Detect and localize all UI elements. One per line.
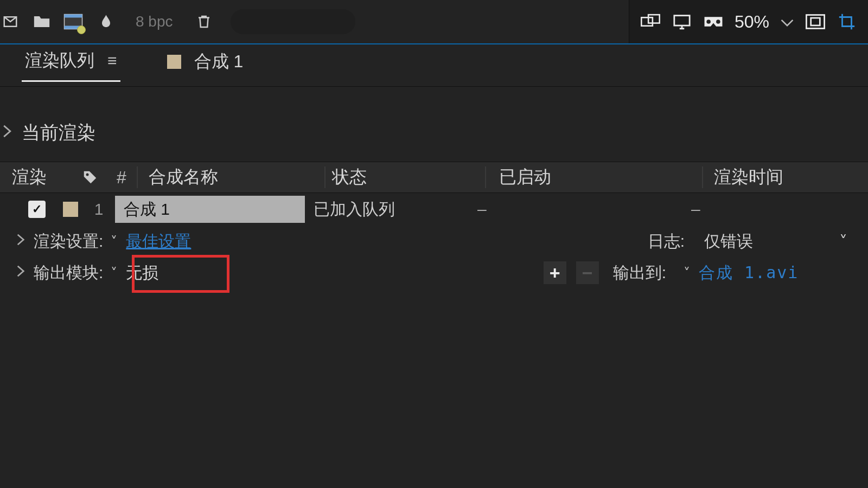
row-render-time: – (680, 200, 868, 219)
transparency-grid-icon[interactable] (805, 11, 826, 32)
col-status[interactable]: 状态 (326, 165, 485, 189)
queue-header-row: 渲染 # 合成名称 状态 已启动 渲染时间 (0, 162, 868, 193)
output-to-value[interactable]: 合成 1.avi (699, 262, 799, 284)
log-label: 日志: (648, 230, 685, 253)
crop-icon[interactable] (837, 11, 857, 32)
remove-output-button: − (576, 261, 599, 284)
row-color-swatch (63, 202, 78, 217)
svg-rect-9 (806, 15, 824, 29)
current-render-label: 当前渲染 (22, 120, 95, 145)
log-value: 仅错误 (704, 230, 753, 253)
tab-label: 渲染队列 (25, 49, 94, 73)
project-toolbar: 8 bpc 50% (0, 0, 868, 44)
svg-point-7 (706, 20, 711, 24)
render-checkbox[interactable]: ✓ (28, 201, 46, 218)
panel-tabs: 渲染队列 ≡ 合成 1 (0, 44, 868, 87)
output-to-dropdown[interactable]: ˅ 合成 1.avi (684, 262, 857, 284)
project-icon[interactable] (0, 11, 21, 32)
col-label[interactable] (74, 169, 106, 185)
svg-rect-6 (674, 16, 690, 25)
svg-rect-5 (648, 15, 660, 23)
col-render[interactable]: 渲染 (0, 165, 74, 189)
comp-color-swatch (167, 55, 181, 69)
render-settings-label: 渲染设置: (34, 230, 103, 253)
multi-monitor-icon[interactable] (640, 11, 661, 32)
output-module-label: 输出模块: (34, 262, 103, 284)
bit-depth-label[interactable]: 8 bpc (136, 13, 173, 30)
render-settings-value[interactable]: 最佳设置 (126, 230, 191, 253)
log-dropdown[interactable]: 仅错误 ˅ (694, 228, 857, 255)
folder-icon[interactable] (31, 11, 52, 32)
monitor-icon[interactable] (672, 11, 692, 32)
zoom-value[interactable]: 50% (735, 12, 769, 32)
svg-point-11 (86, 174, 89, 176)
render-settings-dropdown[interactable]: ˅ 最佳设置 (111, 230, 191, 253)
twirl-icon[interactable] (16, 233, 25, 250)
row-index: 1 (85, 200, 113, 219)
row-status: 已加入队列 (305, 198, 464, 221)
render-settings-row: 渲染设置: ˅ 最佳设置 日志: 仅错误 ˅ (0, 226, 868, 257)
brush-icon[interactable] (94, 11, 115, 32)
col-comp-name[interactable]: 合成名称 (138, 165, 324, 189)
svg-point-8 (716, 20, 720, 24)
svg-rect-4 (641, 17, 653, 25)
tab-menu-icon[interactable]: ≡ (107, 52, 117, 70)
chevron-down-icon: ˅ (111, 234, 117, 249)
col-started[interactable]: 已启动 (486, 165, 702, 189)
output-to-label: 输出到: (613, 262, 666, 284)
row-comp-name[interactable]: 合成 1 (115, 196, 305, 223)
vr-goggles-icon[interactable] (703, 11, 724, 32)
row-started: – (464, 200, 680, 219)
output-module-row: 输出模块: ˅ 无损 + − 输出到: ˅ 合成 1.avi (0, 257, 868, 288)
current-render-section: 当前渲染 (0, 87, 868, 162)
zoom-chevron-icon[interactable] (780, 12, 794, 31)
tab-comp1[interactable]: 合成 1 (164, 50, 247, 81)
chevron-down-icon: ˅ (839, 232, 847, 251)
trash-icon[interactable] (194, 11, 214, 32)
col-index[interactable]: # (106, 168, 137, 188)
search-slot[interactable] (231, 9, 355, 34)
tab-label: 合成 1 (194, 50, 244, 74)
svg-rect-2 (65, 15, 82, 18)
tab-render-queue[interactable]: 渲染队列 ≡ (22, 49, 120, 82)
new-comp-icon[interactable] (63, 11, 84, 32)
output-module-dropdown[interactable]: ˅ 无损 (111, 262, 158, 284)
col-render-time[interactable]: 渲染时间 (703, 165, 868, 189)
svg-rect-10 (811, 18, 820, 25)
output-module-value[interactable]: 无损 (126, 262, 158, 284)
chevron-down-icon: ˅ (684, 265, 690, 280)
add-output-button[interactable]: + (544, 261, 566, 284)
twirl-icon[interactable] (2, 124, 12, 142)
twirl-icon[interactable] (16, 265, 25, 281)
queue-row[interactable]: ✓ 1 合成 1 已加入队列 – – (0, 193, 868, 226)
chevron-down-icon: ˅ (111, 265, 117, 280)
